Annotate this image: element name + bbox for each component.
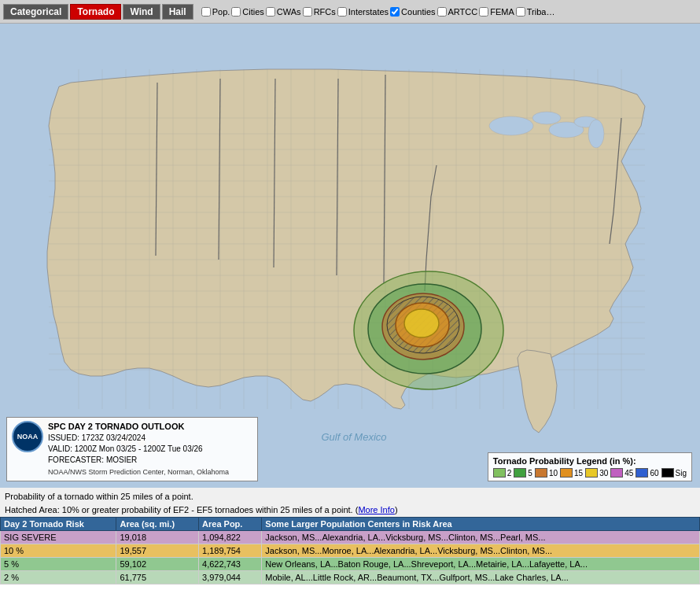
pop-label: Pop. xyxy=(212,7,230,17)
svg-point-66 xyxy=(588,120,604,148)
cell-risk-0: SIG SEVERE xyxy=(1,531,116,544)
categorical-button[interactable]: Categorical xyxy=(3,4,68,20)
cities-checkbox[interactable] xyxy=(231,7,241,17)
legend-swatches: 2 5 10 15 30 45 xyxy=(493,468,687,478)
col-pop: Area Pop. xyxy=(199,518,262,531)
swatch-10-color xyxy=(535,468,547,478)
swatch-45-label: 45 xyxy=(624,469,633,478)
noaa-logo: NOAA xyxy=(12,421,43,452)
legend-item-30: 30 xyxy=(585,468,608,478)
pop-checkbox[interactable] xyxy=(201,7,211,17)
swatch-5-label: 5 xyxy=(528,469,532,478)
swatch-30-color xyxy=(585,468,598,478)
swatch-sig-color xyxy=(661,468,674,478)
counties-checkbox-group[interactable]: Counties xyxy=(390,7,435,17)
legend-title: Tornado Probability Legend (in %): xyxy=(493,456,687,466)
swatch-15-label: 15 xyxy=(574,469,583,478)
credits-text: NOAA/NWS Storm Prediction Center, Norman… xyxy=(48,467,229,478)
cell-centers-3: Mobile, AL...Little Rock, AR...Beaumont,… xyxy=(262,571,700,584)
swatch-5-color xyxy=(514,468,526,478)
interstates-checkbox-group[interactable]: Interstates xyxy=(337,7,389,17)
legend-box: Tornado Probability Legend (in %): 2 5 1… xyxy=(488,452,692,481)
rfcs-label: RFCs xyxy=(314,7,336,17)
tribal-checkbox-group[interactable]: Triba… xyxy=(516,7,555,17)
cell-pop-3: 3,979,044 xyxy=(199,571,262,584)
svg-text:Gulf of Mexico: Gulf of Mexico xyxy=(321,431,386,443)
cwas-checkbox[interactable] xyxy=(266,7,275,17)
wind-button[interactable]: Wind xyxy=(123,4,160,20)
legend-item-15: 15 xyxy=(560,468,583,478)
table-row: 5 % 59,102 4,622,743 New Orleans, LA...B… xyxy=(1,558,700,571)
legend-item-60: 60 xyxy=(636,468,658,478)
artcc-checkbox[interactable] xyxy=(437,7,447,17)
swatch-45-color xyxy=(610,468,623,478)
svg-point-63 xyxy=(532,112,561,124)
artcc-label: ARTCC xyxy=(448,7,478,17)
pop-checkbox-group[interactable]: Pop. xyxy=(201,7,230,17)
hail-button[interactable]: Hail xyxy=(162,4,193,20)
valid-text: VALID: 1200Z Mon 03/25 - 1200Z Tue 03/26 xyxy=(48,444,229,455)
table-row: SIG SEVERE 19,018 1,094,822 Jackson, MS.… xyxy=(1,531,700,544)
outlook-title: SPC DAY 2 TORNADO OUTLOOK xyxy=(48,421,229,433)
cell-centers-1: Jackson, MS...Monroe, LA...Alexandria, L… xyxy=(262,544,700,558)
swatch-sig-label: Sig xyxy=(676,469,687,478)
tribal-label: Triba… xyxy=(527,7,555,17)
svg-point-61 xyxy=(404,309,439,337)
swatch-60-label: 60 xyxy=(650,469,658,478)
rfcs-checkbox-group[interactable]: RFCs xyxy=(303,7,336,17)
data-table: Day 2 Tornado Risk Area (sq. mi.) Area P… xyxy=(0,517,700,584)
legend-item-sig: Sig xyxy=(661,468,687,478)
fema-checkbox-group[interactable]: FEMA xyxy=(479,7,514,17)
fema-label: FEMA xyxy=(490,7,514,17)
cell-pop-2: 4,622,743 xyxy=(199,558,262,571)
prob-line1: Probability of a tornado within 25 miles… xyxy=(5,492,193,501)
table-row: 10 % 19,557 1,189,754 Jackson, MS...Monr… xyxy=(1,544,700,558)
cell-risk-3: 2 % xyxy=(1,571,116,584)
svg-point-62 xyxy=(489,116,533,135)
bottom-section: Probability of a tornado within 25 miles… xyxy=(0,488,700,584)
swatch-15-color xyxy=(560,468,573,478)
cwas-label: CWAs xyxy=(277,7,301,17)
swatch-2-color xyxy=(493,468,506,478)
legend-item-2: 2 xyxy=(493,468,512,478)
toolbar: Categorical Tornado Wind Hail Pop. Citie… xyxy=(0,0,700,24)
interstates-checkbox[interactable] xyxy=(337,7,347,17)
cell-area-3: 61,775 xyxy=(116,571,199,584)
cell-centers-0: Jackson, MS...Alexandria, LA...Vicksburg… xyxy=(262,531,700,544)
counties-label: Counties xyxy=(401,7,435,17)
swatch-30-label: 30 xyxy=(599,469,608,478)
legend-item-5: 5 xyxy=(514,468,532,478)
tornado-button[interactable]: Tornado xyxy=(70,4,121,20)
col-area: Area (sq. mi.) xyxy=(116,518,199,531)
cwas-checkbox-group[interactable]: CWAs xyxy=(266,7,301,17)
col-centers: Some Larger Population Centers in Risk A… xyxy=(262,518,700,531)
cell-centers-2: New Orleans, LA...Baton Rouge, LA...Shre… xyxy=(262,558,700,571)
table-row: 2 % 61,775 3,979,044 Mobile, AL...Little… xyxy=(1,571,700,584)
forecaster-text: FORECASTER: MOSIER xyxy=(48,455,229,466)
map-container[interactable]: Gulf of Mexico xyxy=(0,24,700,488)
artcc-checkbox-group[interactable]: ARTCC xyxy=(437,7,478,17)
col-risk: Day 2 Tornado Risk xyxy=(1,518,116,531)
cell-area-2: 59,102 xyxy=(116,558,199,571)
cell-pop-1: 1,189,754 xyxy=(199,544,262,558)
legend-item-45: 45 xyxy=(610,468,633,478)
rfcs-checkbox[interactable] xyxy=(303,7,312,17)
swatch-2-label: 2 xyxy=(507,469,512,478)
swatch-60-color xyxy=(636,468,648,478)
info-box: NOAA SPC DAY 2 TORNADO OUTLOOK ISSUED: 1… xyxy=(6,417,258,481)
cell-pop-0: 1,094,822 xyxy=(199,531,262,544)
cities-checkbox-group[interactable]: Cities xyxy=(231,7,264,17)
fema-checkbox[interactable] xyxy=(479,7,488,17)
prob-line2: Hatched Area: 10% or greater probability… xyxy=(5,505,398,514)
table-body: SIG SEVERE 19,018 1,094,822 Jackson, MS.… xyxy=(1,531,700,584)
tribal-checkbox[interactable] xyxy=(516,7,525,17)
cell-area-0: 19,018 xyxy=(116,531,199,544)
cell-risk-2: 5 % xyxy=(1,558,116,571)
cell-area-1: 19,557 xyxy=(116,544,199,558)
cell-risk-1: 10 % xyxy=(1,544,116,558)
swatch-10-label: 10 xyxy=(549,469,558,478)
counties-checkbox[interactable] xyxy=(390,7,400,17)
more-info-link[interactable]: More Info xyxy=(358,505,394,514)
issued-text: ISSUED: 1723Z 03/24/2024 xyxy=(48,433,229,444)
cities-label: Cities xyxy=(242,7,264,17)
